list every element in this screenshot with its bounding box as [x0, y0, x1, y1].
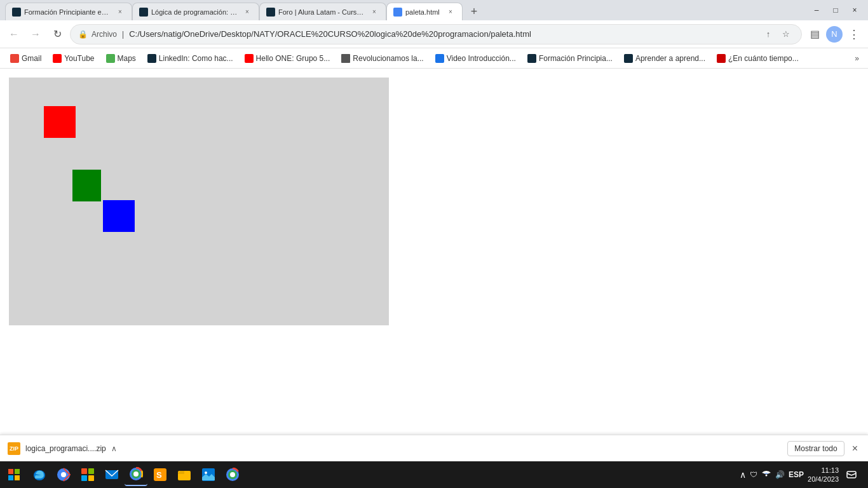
- page-content: [0, 69, 868, 441]
- new-tab-button[interactable]: +: [465, 3, 483, 20]
- notification-button[interactable]: [843, 466, 860, 484]
- tab-4[interactable]: paleta.html ×: [386, 3, 463, 20]
- bookmarks-bar: Gmail YouTube Maps LinkedIn: Como hac...…: [0, 48, 868, 69]
- taskbar-store[interactable]: [76, 463, 99, 486]
- svg-rect-7: [81, 468, 87, 474]
- tab-label-3: Foro | Alura Latam - Cursos onlin...: [278, 8, 366, 16]
- bookmark-favicon-youtube: [53, 54, 62, 63]
- tab-close-2[interactable]: ×: [242, 7, 252, 17]
- bookmark-cuanto[interactable]: ¿En cuánto tiempo...: [712, 51, 804, 65]
- forward-button[interactable]: →: [27, 25, 44, 43]
- bookmark-label-maps: Maps: [118, 54, 136, 63]
- sidebar-icon: ▤: [810, 28, 820, 40]
- back-button[interactable]: ←: [5, 25, 23, 43]
- taskbar-chrome2[interactable]: [221, 463, 244, 486]
- taskbar-chrome[interactable]: [125, 463, 147, 486]
- tab-1[interactable]: Formación Principiante en Progr... ×: [5, 3, 132, 20]
- sidebar-button[interactable]: ▤: [806, 25, 824, 43]
- start-button[interactable]: [3, 463, 25, 486]
- tabs-container: Formación Principiante en Progr... × Lóg…: [5, 0, 803, 20]
- tab-favicon-3: [266, 8, 275, 17]
- download-expand-button[interactable]: ∧: [111, 444, 117, 453]
- show-hidden-icon[interactable]: ∧: [740, 470, 746, 480]
- tab-3[interactable]: Foro | Alura Latam - Cursos onlin... ×: [259, 3, 386, 20]
- bookmark-favicon-revol: [341, 54, 350, 63]
- profile-avatar[interactable]: N: [826, 26, 843, 43]
- bookmark-youtube[interactable]: YouTube: [48, 51, 99, 65]
- svg-point-14: [133, 471, 139, 477]
- bookmark-label-cuanto: ¿En cuánto tiempo...: [728, 54, 799, 63]
- svg-rect-0: [8, 469, 13, 474]
- minimize-button[interactable]: –: [808, 4, 825, 16]
- photo-icon: [201, 468, 215, 482]
- svg-rect-18: [178, 473, 184, 474]
- taskbar-edge[interactable]: [28, 463, 51, 486]
- bookmark-aprender[interactable]: Aprender a aprend...: [619, 51, 710, 65]
- address-bar[interactable]: 🔒 Archivo | C:/Users/natig/OneDrive/Desk…: [70, 24, 802, 44]
- taskbar-explorer[interactable]: [173, 463, 196, 486]
- tab-label-1: Formación Principiante en Progr...: [24, 8, 112, 16]
- taskbar-sublime[interactable]: S: [149, 463, 172, 486]
- navbar: ← → ↻ 🔒 Archivo | C:/Users/natig/OneDriv…: [0, 20, 868, 48]
- refresh-icon: ↻: [53, 28, 62, 40]
- download-bar: ZIP logica_programaci....zip ∧ Mostrar t…: [0, 435, 868, 461]
- taskbar-mail[interactable]: [100, 463, 123, 486]
- navbar-right: ▤ N ⋮: [806, 25, 863, 43]
- download-file-icon: ZIP: [8, 442, 20, 455]
- download-close-button[interactable]: ×: [850, 440, 860, 457]
- svg-rect-3: [15, 475, 20, 480]
- rectangle-green: [72, 170, 101, 201]
- maximize-button[interactable]: □: [827, 4, 844, 16]
- chrome-icon: [129, 467, 143, 481]
- bookmark-maps[interactable]: Maps: [101, 51, 141, 65]
- tab-close-1[interactable]: ×: [115, 7, 125, 17]
- close-button[interactable]: ×: [846, 4, 863, 16]
- network-icon[interactable]: [761, 469, 771, 481]
- volume-icon[interactable]: 🔊: [775, 470, 785, 479]
- bookmark-formacion[interactable]: Formación Principia...: [522, 51, 618, 65]
- tab-label-2: Lógica de programación: Practic...: [151, 8, 239, 16]
- refresh-button[interactable]: ↻: [48, 25, 66, 43]
- bookmark-gmail[interactable]: Gmail: [5, 51, 46, 65]
- clock-time: 11:13: [808, 466, 839, 475]
- tab-close-3[interactable]: ×: [369, 7, 379, 17]
- svg-text:S: S: [156, 470, 162, 480]
- share-icon[interactable]: ↑: [761, 27, 776, 42]
- tab-favicon-1: [12, 8, 21, 17]
- address-divider: |: [122, 30, 124, 39]
- forward-icon: →: [31, 29, 41, 40]
- bookmark-linkedin[interactable]: LinkedIn: Como hac...: [142, 51, 238, 65]
- bookmarks-more-button[interactable]: »: [851, 51, 863, 65]
- taskbar-right: ∧ 🛡 🔊 ESP 11:13 20/4/2023: [740, 466, 865, 484]
- svg-point-6: [61, 472, 66, 477]
- svg-point-23: [230, 472, 235, 477]
- taskbar-clock[interactable]: 11:13 20/4/2023: [808, 466, 839, 484]
- address-prefix: Archivo: [92, 30, 117, 39]
- bookmark-revol[interactable]: Revolucionamos la...: [336, 51, 428, 65]
- tab-close-4[interactable]: ×: [445, 7, 456, 17]
- bookmark-favicon-gmail: [10, 54, 19, 63]
- taskbar-photo[interactable]: [197, 463, 220, 486]
- window-controls: – □ ×: [808, 4, 863, 16]
- show-all-downloads-button[interactable]: Mostrar todo: [787, 441, 844, 456]
- taskbar-system-icons: ∧ 🛡 🔊: [740, 469, 785, 481]
- tab-2[interactable]: Lógica de programación: Practic... ×: [132, 3, 259, 20]
- chrome2-icon: [226, 468, 240, 482]
- bookmark-icon[interactable]: ☆: [778, 27, 794, 42]
- bookmark-favicon-cuanto: [717, 54, 726, 63]
- bookmark-hello[interactable]: Hello ONE: Grupo 5...: [240, 51, 336, 65]
- back-icon: ←: [9, 29, 19, 40]
- rectangle-blue: [103, 200, 135, 232]
- taskbar: S: [0, 461, 868, 488]
- notification-icon: [846, 470, 857, 480]
- store-icon: [81, 468, 95, 482]
- explorer-icon: [177, 468, 191, 482]
- taskbar-chrome-app[interactable]: [52, 463, 75, 486]
- svg-rect-1: [15, 469, 20, 474]
- bookmark-label-gmail: Gmail: [22, 54, 41, 63]
- bookmark-favicon-formacion: [527, 54, 536, 63]
- menu-button[interactable]: ⋮: [845, 25, 863, 43]
- security-icon[interactable]: 🛡: [750, 470, 757, 479]
- bookmark-video[interactable]: Video Introducción...: [430, 51, 521, 65]
- bookmark-label-linkedin: LinkedIn: Como hac...: [159, 54, 233, 63]
